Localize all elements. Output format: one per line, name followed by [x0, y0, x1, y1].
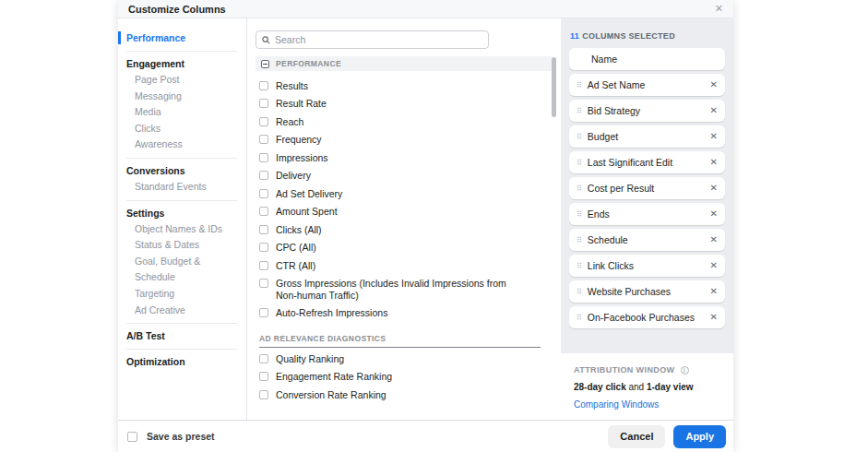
- sidebar-item-status-dates[interactable]: Status & Dates: [126, 237, 237, 254]
- checkbox[interactable]: [259, 207, 268, 216]
- column-option-reach[interactable]: Reach: [256, 113, 553, 131]
- checkbox[interactable]: [259, 117, 268, 126]
- remove-icon[interactable]: ✕: [707, 132, 718, 141]
- attribution-click-window: 28-day click: [574, 382, 626, 392]
- column-option-auto-refresh-impressions[interactable]: Auto-Refresh Impressions: [256, 304, 553, 323]
- checkbox[interactable]: [259, 279, 268, 288]
- selected-column-ad-set-name[interactable]: ⠿Ad Set Name✕: [569, 74, 725, 96]
- option-label: Delivery: [276, 170, 311, 182]
- sidebar-section: SettingsObject Names & IDsStatus & Dates…: [126, 201, 237, 325]
- column-option-results[interactable]: Results: [256, 77, 553, 95]
- sidebar-item-performance[interactable]: Performance: [126, 30, 237, 46]
- remove-icon[interactable]: ✕: [707, 80, 718, 89]
- column-options-panel: PERFORMANCE ResultsResult RateReachFrequ…: [246, 18, 561, 420]
- column-option-gross-impressions-includes-invalid-impressions-from-non-human-traffic[interactable]: Gross Impressions (Includes Invalid Impr…: [256, 275, 553, 304]
- scrollbar-thumb[interactable]: [552, 57, 556, 117]
- column-option-clicks-all[interactable]: Clicks (All): [256, 220, 553, 239]
- sidebar-item-goal-budget-schedule[interactable]: Goal, Budget & Schedule: [126, 254, 237, 286]
- drag-handle-icon[interactable]: ⠿: [577, 159, 581, 167]
- sidebar-item-clicks[interactable]: Clicks: [126, 121, 237, 137]
- close-icon[interactable]: ✕: [715, 4, 723, 14]
- selected-column-label: Link Clicks: [588, 260, 707, 271]
- sidebar-item-page-post[interactable]: Page Post: [126, 72, 237, 89]
- column-option-engagement-rate-ranking[interactable]: Engagement Rate Ranking: [256, 368, 553, 387]
- column-option-amount-spent[interactable]: Amount Spent: [256, 203, 553, 221]
- checkbox[interactable]: [259, 372, 268, 381]
- drag-handle-icon[interactable]: ⠿: [577, 133, 581, 141]
- sidebar: PerformanceEngagementPage PostMessagingM…: [118, 18, 246, 420]
- cancel-button[interactable]: Cancel: [608, 425, 665, 448]
- column-option-conversion-rate-ranking[interactable]: Conversion Rate Ranking: [256, 386, 553, 404]
- selected-column-website-purchases[interactable]: ⠿Website Purchases✕: [569, 280, 725, 303]
- sidebar-item-a-b-test[interactable]: A/B Test: [126, 327, 237, 344]
- sidebar-item-settings[interactable]: Settings: [126, 205, 237, 221]
- checkbox[interactable]: [259, 135, 268, 144]
- column-option-delivery[interactable]: Delivery: [256, 167, 553, 185]
- drag-handle-icon[interactable]: ⠿: [577, 107, 581, 115]
- checkbox[interactable]: [259, 243, 268, 252]
- column-option-ctr-all[interactable]: CTR (All): [256, 256, 553, 275]
- selected-column-schedule[interactable]: ⠿Schedule✕: [569, 229, 725, 251]
- checkbox[interactable]: [259, 308, 268, 317]
- dialog-body: PerformanceEngagementPage PostMessagingM…: [118, 18, 733, 420]
- drag-handle-icon[interactable]: ⠿: [577, 314, 581, 322]
- remove-icon[interactable]: ✕: [707, 235, 718, 244]
- remove-icon[interactable]: ✕: [707, 313, 718, 322]
- collapse-icon[interactable]: [261, 60, 269, 68]
- selected-list: ⠿Ad Set Name✕⠿Bid Strategy✕⠿Budget✕⠿Last…: [569, 74, 725, 328]
- sidebar-item-conversions[interactable]: Conversions: [126, 162, 237, 179]
- remove-icon[interactable]: ✕: [707, 106, 718, 115]
- checkbox[interactable]: [259, 171, 268, 180]
- selected-column-on-facebook-purchases[interactable]: ⠿On-Facebook Purchases✕: [569, 306, 725, 328]
- remove-icon[interactable]: ✕: [707, 209, 718, 219]
- save-preset-checkbox[interactable]: [127, 432, 137, 442]
- sidebar-item-optimization[interactable]: Optimization: [126, 353, 237, 370]
- column-option-frequency[interactable]: Frequency: [256, 131, 553, 149]
- checkbox[interactable]: [259, 153, 268, 162]
- sidebar-item-targeting[interactable]: Targeting: [126, 286, 237, 303]
- remove-icon[interactable]: ✕: [707, 184, 718, 193]
- sidebar-item-ad-creative[interactable]: Ad Creative: [126, 303, 237, 319]
- drag-handle-icon[interactable]: ⠿: [577, 288, 581, 296]
- drag-handle-icon[interactable]: ⠿: [577, 210, 581, 219]
- column-option-ad-set-delivery[interactable]: Ad Set Delivery: [256, 184, 553, 203]
- column-options-list: ResultsResult RateReachFrequencyImpressi…: [256, 77, 553, 322]
- sidebar-item-awareness[interactable]: Awareness: [126, 137, 237, 153]
- column-option-quality-ranking[interactable]: Quality Ranking: [256, 350, 553, 368]
- checkbox[interactable]: [259, 390, 268, 399]
- comparing-windows-link[interactable]: Comparing Windows: [574, 399, 659, 410]
- sidebar-item-object-names-ids[interactable]: Object Names & IDs: [126, 221, 237, 238]
- selected-column-cost-per-result[interactable]: ⠿Cost per Result✕: [569, 177, 725, 199]
- drag-handle-icon[interactable]: ⠿: [577, 81, 581, 89]
- checkbox[interactable]: [259, 261, 268, 270]
- selected-column-bid-strategy[interactable]: ⠿Bid Strategy✕: [569, 100, 725, 122]
- checkbox[interactable]: [259, 81, 268, 90]
- search-input[interactable]: [275, 34, 482, 45]
- selected-column-budget[interactable]: ⠿Budget✕: [569, 125, 725, 148]
- sidebar-item-media[interactable]: Media: [126, 104, 237, 121]
- remove-icon[interactable]: ✕: [707, 158, 718, 167]
- drag-handle-icon[interactable]: ⠿: [577, 262, 581, 270]
- drag-handle-icon[interactable]: ⠿: [577, 236, 581, 244]
- column-option-cpc-all[interactable]: CPC (All): [256, 239, 553, 257]
- column-option-impressions[interactable]: Impressions: [256, 149, 553, 167]
- sidebar-item-messaging[interactable]: Messaging: [126, 89, 237, 105]
- checkbox[interactable]: [259, 99, 268, 108]
- column-option-result-rate[interactable]: Result Rate: [256, 95, 553, 113]
- drag-handle-icon[interactable]: ⠿: [577, 184, 581, 193]
- info-icon[interactable]: i: [681, 366, 689, 375]
- sidebar-item-engagement[interactable]: Engagement: [126, 55, 237, 72]
- selected-column-last-significant-edit[interactable]: ⠿Last Significant Edit✕: [569, 151, 725, 173]
- save-as-preset[interactable]: Save as preset: [127, 431, 215, 442]
- selected-column-link-clicks[interactable]: ⠿Link Clicks✕: [569, 255, 725, 277]
- checkbox[interactable]: [259, 354, 268, 363]
- checkbox[interactable]: [259, 189, 268, 198]
- search-box[interactable]: [256, 30, 489, 49]
- performance-group-header[interactable]: PERFORMANCE: [256, 56, 553, 71]
- apply-button[interactable]: Apply: [673, 425, 726, 448]
- remove-icon[interactable]: ✕: [707, 261, 718, 270]
- checkbox[interactable]: [259, 225, 268, 234]
- selected-column-ends[interactable]: ⠿Ends✕: [569, 203, 725, 225]
- remove-icon[interactable]: ✕: [707, 287, 718, 296]
- sidebar-item-standard-events[interactable]: Standard Events: [126, 179, 237, 196]
